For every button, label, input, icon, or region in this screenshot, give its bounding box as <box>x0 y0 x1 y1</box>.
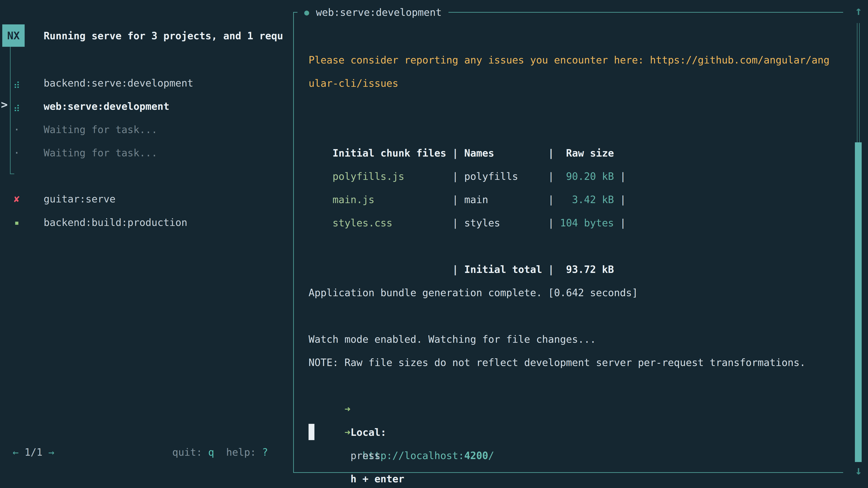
arrow-icon: ➜ <box>344 403 350 415</box>
task-label: backend:build:production <box>43 217 187 228</box>
output-panel-title-text: web:serve:development <box>316 6 442 18</box>
chunk-size: 3.42 kB <box>554 188 614 211</box>
task-row-waiting-1[interactable]: · Waiting for task... <box>0 118 291 141</box>
scroll-up-arrow-icon[interactable]: ↑ <box>851 4 866 18</box>
note-line: NOTE: Raw file sizes do not reflect deve… <box>309 351 843 374</box>
pipe: | <box>548 264 554 275</box>
nx-logo: NX <box>2 24 25 47</box>
local-url-line: ➜ Local: http://localhost:4200/ <box>309 374 843 397</box>
quit-key: q <box>208 447 214 458</box>
running-dot-icon: ● <box>304 8 309 17</box>
arrow-icon: ➜ <box>344 427 350 438</box>
pipe: | <box>452 264 458 275</box>
waiting-dot-icon: · <box>10 123 23 136</box>
local-label: Local: <box>350 427 386 438</box>
quit-label: quit: <box>172 447 202 458</box>
task-row-backend-serve[interactable]: ⣴ backend:serve:development <box>0 71 291 95</box>
pipe: | <box>620 170 626 182</box>
pipe: | <box>452 194 458 205</box>
scrollbar-thumb[interactable] <box>855 142 862 462</box>
task-row-guitar-serve[interactable]: ✘ guitar:serve <box>0 187 291 210</box>
total-label: Initial total <box>458 258 548 281</box>
help-hint-line: ➜ press h + enter to show help <box>309 397 843 421</box>
watch-mode-line: Watch mode enabled. Watching for file ch… <box>309 328 843 351</box>
sidebar-header: Running serve for 3 projects, and 1 requ <box>43 30 290 43</box>
chunk-name: styles <box>458 211 548 234</box>
help-keys: h + enter <box>350 473 404 485</box>
spinner-icon: ⣴ <box>10 101 23 111</box>
next-page-arrow-icon[interactable]: → <box>49 447 55 458</box>
task-label: web:serve:development <box>43 101 169 112</box>
col-header-names: Names <box>458 141 548 165</box>
chunk-file: main.js <box>333 188 452 211</box>
failed-cross-icon: ✘ <box>10 193 23 204</box>
url-suffix: / <box>488 450 494 461</box>
page-indicator: 1/1 <box>25 447 42 458</box>
output-panel-title: ● web:serve:development <box>298 3 448 21</box>
prev-page-arrow-icon[interactable]: ← <box>13 447 19 458</box>
chunk-size: 104 bytes <box>554 211 614 234</box>
success-square-icon: ▪ <box>10 218 23 227</box>
pipe: | <box>548 170 554 182</box>
task-row-backend-build[interactable]: ▪ backend:build:production <box>0 210 291 234</box>
chunk-name: polyfills <box>458 165 548 188</box>
task-label: Waiting for task... <box>43 124 157 135</box>
task-label: backend:serve:development <box>43 77 193 89</box>
pipe: | <box>620 194 626 205</box>
spinner-icon: ⣴ <box>10 78 23 88</box>
pipe: | <box>452 217 458 229</box>
chunk-name: main <box>458 188 548 211</box>
total-size: 93.72 kB <box>554 258 614 281</box>
url-port: 4200 <box>464 450 488 461</box>
pipe: | <box>452 170 458 182</box>
keyboard-hints: quit: q help: ? <box>172 444 268 460</box>
col-header-size: Raw size <box>554 141 614 165</box>
help-key: ? <box>262 447 268 458</box>
help-label: help: <box>226 447 256 458</box>
local-url-link[interactable]: http://localhost:4200/ <box>362 450 494 461</box>
pipe: | <box>452 147 458 159</box>
issue-notice-line-2: ular-cli/issues <box>309 72 843 95</box>
chunk-file: styles.css <box>333 211 452 234</box>
pagination: ← 1/1 → <box>13 444 54 460</box>
help-prefix: press <box>350 450 380 461</box>
pipe: | <box>548 194 554 205</box>
issue-notice-line-1: Please consider reporting any issues you… <box>309 48 843 72</box>
chunk-size: 90.20 kB <box>554 165 614 188</box>
task-label: Waiting for task... <box>43 147 157 159</box>
task-row-web-serve-selected[interactable]: ⣴ web:serve:development <box>0 94 291 118</box>
terminal-cursor <box>309 424 314 440</box>
chunk-table-total-row: |Initial total|93.72 kB <box>309 234 843 258</box>
task-row-waiting-2[interactable]: · Waiting for task... <box>0 141 291 164</box>
pipe: | <box>620 217 626 229</box>
bundle-complete-line: Application bundle generation complete. … <box>309 281 843 304</box>
scrollbar-track[interactable] <box>857 23 860 143</box>
chunk-table-header: Initial chunk files|Names|Raw size <box>309 118 843 141</box>
chunk-file: polyfills.js <box>333 165 452 188</box>
waiting-dot-icon: · <box>10 147 23 159</box>
pipe: | <box>548 217 554 229</box>
col-header-files: Initial chunk files <box>333 141 452 165</box>
scroll-down-arrow-icon[interactable]: ↓ <box>851 464 866 477</box>
task-label: guitar:serve <box>43 193 116 205</box>
pipe: | <box>548 147 554 159</box>
terminal-output: Please consider reporting any issues you… <box>309 48 843 440</box>
